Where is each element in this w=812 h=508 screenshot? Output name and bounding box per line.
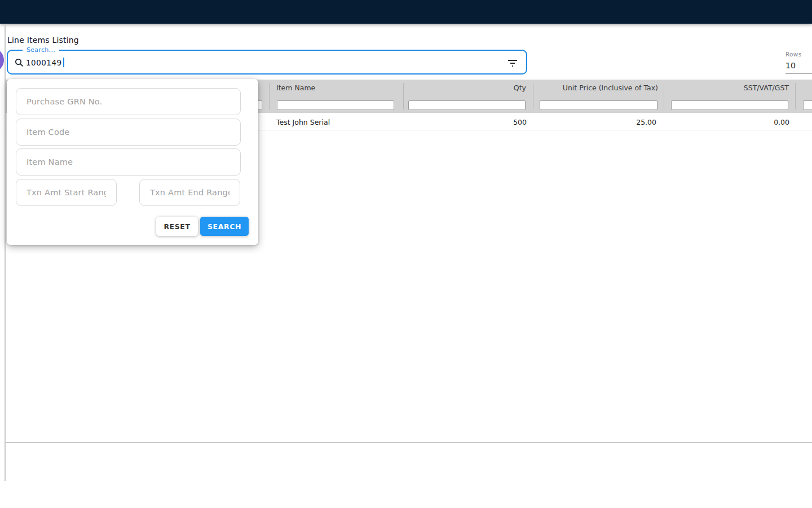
column-divider xyxy=(795,83,796,110)
search-input[interactable] xyxy=(26,58,88,67)
top-app-bar xyxy=(0,0,812,24)
global-search-field[interactable]: Search... xyxy=(7,50,527,75)
txn-amt-end-range-field[interactable] xyxy=(139,179,240,206)
column-filter-input-clipped[interactable] xyxy=(803,100,812,110)
txn-amt-start-range-field[interactable] xyxy=(16,179,117,206)
column-filter-input-unit-price[interactable] xyxy=(540,100,657,110)
column-header-item-name[interactable]: Item Name xyxy=(276,84,398,92)
advanced-filter-panel: RESET SEARCH xyxy=(7,79,258,245)
cell-item-name: Test John Serial xyxy=(276,118,398,126)
filter-list-icon[interactable] xyxy=(507,58,518,68)
item-code-field[interactable] xyxy=(16,119,241,146)
rows-label: Rows xyxy=(785,51,812,58)
text-caret xyxy=(63,58,64,67)
column-filter-input-sst-vat-gst[interactable] xyxy=(671,100,788,110)
cell-qty: 500 xyxy=(403,118,527,126)
rows-value: 10 xyxy=(785,61,796,70)
column-filter-input-qty[interactable] xyxy=(408,100,526,110)
reset-button[interactable]: RESET xyxy=(156,217,198,236)
page-title: Line Items Listing xyxy=(7,36,79,45)
rows-per-page-select[interactable]: Rows 10 xyxy=(785,51,812,74)
cell-unit-price: 25.00 xyxy=(533,118,656,126)
column-divider xyxy=(269,83,270,110)
line-items-page: Line Items Listing Item Name Qty Unit Pr… xyxy=(0,0,812,508)
column-header-unit-price[interactable]: Unit Price (Inclusive of Tax) xyxy=(533,84,658,92)
search-field-label: Search... xyxy=(23,46,59,54)
item-name-field[interactable] xyxy=(16,148,241,176)
content-bottom-border xyxy=(5,442,812,443)
purchase-grn-no-field[interactable] xyxy=(16,88,241,115)
column-header-sst-vat-gst[interactable]: SST/VAT/GST xyxy=(664,84,789,92)
cell-sst-vat-gst: 0.00 xyxy=(664,118,789,126)
column-header-qty[interactable]: Qty xyxy=(403,84,526,92)
sidebar-fab-partial[interactable] xyxy=(0,48,4,72)
search-button[interactable]: SEARCH xyxy=(200,217,249,236)
column-filter-input-item-name[interactable] xyxy=(277,100,394,110)
magnifier-icon xyxy=(14,58,24,68)
